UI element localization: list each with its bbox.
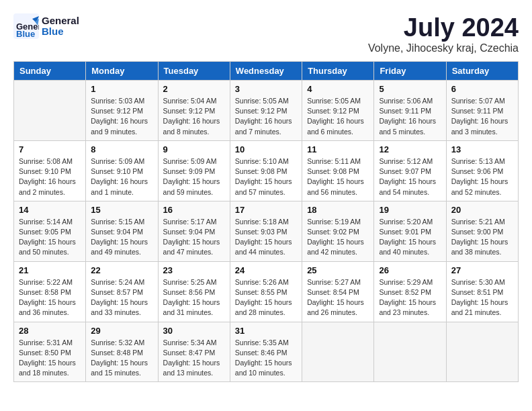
day-info: Sunrise: 5:09 AM Sunset: 9:09 PM Dayligh… — [163, 156, 225, 197]
day-info: Sunrise: 5:34 AM Sunset: 8:47 PM Dayligh… — [163, 338, 225, 379]
week-row-4: 21Sunrise: 5:22 AM Sunset: 8:58 PM Dayli… — [14, 261, 519, 322]
day-info: Sunrise: 5:31 AM Sunset: 8:50 PM Dayligh… — [19, 338, 81, 379]
day-info: Sunrise: 5:10 AM Sunset: 9:08 PM Dayligh… — [235, 156, 297, 197]
day-cell: 10Sunrise: 5:10 AM Sunset: 9:08 PM Dayli… — [230, 140, 302, 201]
day-number: 4 — [307, 84, 369, 94]
day-number: 3 — [235, 84, 297, 94]
day-info: Sunrise: 5:30 AM Sunset: 8:51 PM Dayligh… — [451, 277, 513, 318]
location: Volyne, Jihocesky kraj, Czechia — [368, 42, 519, 54]
day-number: 26 — [379, 265, 441, 275]
day-cell: 30Sunrise: 5:34 AM Sunset: 8:47 PM Dayli… — [158, 322, 230, 382]
day-cell: 23Sunrise: 5:25 AM Sunset: 8:56 PM Dayli… — [158, 261, 230, 322]
day-info: Sunrise: 5:09 AM Sunset: 9:10 PM Dayligh… — [91, 156, 152, 197]
day-info: Sunrise: 5:21 AM Sunset: 9:00 PM Dayligh… — [451, 217, 513, 258]
day-info: Sunrise: 5:03 AM Sunset: 9:12 PM Dayligh… — [91, 96, 152, 137]
day-info: Sunrise: 5:35 AM Sunset: 8:46 PM Dayligh… — [235, 338, 297, 379]
day-number: 15 — [91, 205, 152, 215]
day-cell: 17Sunrise: 5:18 AM Sunset: 9:03 PM Dayli… — [230, 201, 302, 261]
day-number: 31 — [235, 326, 297, 336]
day-number: 8 — [91, 144, 152, 154]
day-info: Sunrise: 5:08 AM Sunset: 9:10 PM Dayligh… — [19, 156, 81, 197]
day-number: 12 — [379, 144, 441, 154]
day-cell: 31Sunrise: 5:35 AM Sunset: 8:46 PM Dayli… — [230, 322, 302, 382]
column-header-wednesday: Wednesday — [230, 62, 302, 81]
day-cell: 12Sunrise: 5:12 AM Sunset: 9:07 PM Dayli… — [374, 140, 446, 201]
day-number: 5 — [379, 84, 441, 94]
day-info: Sunrise: 5:29 AM Sunset: 8:52 PM Dayligh… — [379, 277, 441, 318]
day-cell: 9Sunrise: 5:09 AM Sunset: 9:09 PM Daylig… — [158, 140, 230, 201]
day-cell: 4Sunrise: 5:05 AM Sunset: 9:12 PM Daylig… — [302, 81, 374, 141]
day-number: 16 — [163, 205, 225, 215]
column-header-friday: Friday — [374, 62, 446, 81]
day-cell: 1Sunrise: 5:03 AM Sunset: 9:12 PM Daylig… — [86, 81, 158, 141]
day-cell — [446, 322, 518, 382]
day-info: Sunrise: 5:18 AM Sunset: 9:03 PM Dayligh… — [235, 217, 297, 258]
day-number: 11 — [307, 144, 369, 154]
day-number: 20 — [451, 205, 513, 215]
day-info: Sunrise: 5:04 AM Sunset: 9:12 PM Dayligh… — [163, 96, 225, 137]
day-cell: 8Sunrise: 5:09 AM Sunset: 9:10 PM Daylig… — [86, 140, 158, 201]
page-header: General Blue General Blue July 2024 Voly… — [13, 13, 519, 54]
day-number: 9 — [163, 144, 225, 154]
day-number: 27 — [451, 265, 513, 275]
day-number: 25 — [307, 265, 369, 275]
day-cell: 20Sunrise: 5:21 AM Sunset: 9:00 PM Dayli… — [446, 201, 518, 261]
day-cell: 19Sunrise: 5:20 AM Sunset: 9:01 PM Dayli… — [374, 201, 446, 261]
column-header-tuesday: Tuesday — [158, 62, 230, 81]
day-number: 29 — [91, 326, 152, 336]
day-cell: 26Sunrise: 5:29 AM Sunset: 8:52 PM Dayli… — [374, 261, 446, 322]
day-number: 13 — [451, 144, 513, 154]
day-number: 23 — [163, 265, 225, 275]
day-cell: 7Sunrise: 5:08 AM Sunset: 9:10 PM Daylig… — [14, 140, 86, 201]
week-row-2: 7Sunrise: 5:08 AM Sunset: 9:10 PM Daylig… — [14, 140, 519, 201]
day-cell: 15Sunrise: 5:15 AM Sunset: 9:04 PM Dayli… — [86, 201, 158, 261]
day-number: 24 — [235, 265, 297, 275]
day-info: Sunrise: 5:13 AM Sunset: 9:06 PM Dayligh… — [451, 156, 513, 197]
week-row-1: 1Sunrise: 5:03 AM Sunset: 9:12 PM Daylig… — [14, 81, 519, 141]
day-info: Sunrise: 5:11 AM Sunset: 9:08 PM Dayligh… — [307, 156, 369, 197]
day-cell: 5Sunrise: 5:06 AM Sunset: 9:11 PM Daylig… — [374, 81, 446, 141]
column-header-thursday: Thursday — [302, 62, 374, 81]
day-info: Sunrise: 5:24 AM Sunset: 8:57 PM Dayligh… — [91, 277, 152, 318]
day-cell: 27Sunrise: 5:30 AM Sunset: 8:51 PM Dayli… — [446, 261, 518, 322]
day-info: Sunrise: 5:19 AM Sunset: 9:02 PM Dayligh… — [307, 217, 369, 258]
day-cell: 14Sunrise: 5:14 AM Sunset: 9:05 PM Dayli… — [14, 201, 86, 261]
day-number: 22 — [91, 265, 152, 275]
day-number: 1 — [91, 84, 152, 94]
day-info: Sunrise: 5:20 AM Sunset: 9:01 PM Dayligh… — [379, 217, 441, 258]
day-number: 28 — [19, 326, 81, 336]
month-title: July 2024 — [368, 13, 519, 42]
day-cell — [302, 322, 374, 382]
day-info: Sunrise: 5:17 AM Sunset: 9:04 PM Dayligh… — [163, 217, 225, 258]
day-cell: 28Sunrise: 5:31 AM Sunset: 8:50 PM Dayli… — [14, 322, 86, 382]
day-number: 2 — [163, 84, 225, 94]
day-cell: 13Sunrise: 5:13 AM Sunset: 9:06 PM Dayli… — [446, 140, 518, 201]
day-info: Sunrise: 5:22 AM Sunset: 8:58 PM Dayligh… — [19, 277, 81, 318]
day-cell: 16Sunrise: 5:17 AM Sunset: 9:04 PM Dayli… — [158, 201, 230, 261]
day-info: Sunrise: 5:32 AM Sunset: 8:48 PM Dayligh… — [91, 338, 152, 379]
day-cell — [14, 81, 86, 141]
day-info: Sunrise: 5:12 AM Sunset: 9:07 PM Dayligh… — [379, 156, 441, 197]
logo-general: General — [42, 15, 79, 26]
logo-icon: General Blue — [13, 13, 39, 39]
day-number: 10 — [235, 144, 297, 154]
svg-text:Blue: Blue — [16, 29, 35, 39]
day-cell: 29Sunrise: 5:32 AM Sunset: 8:48 PM Dayli… — [86, 322, 158, 382]
day-info: Sunrise: 5:26 AM Sunset: 8:55 PM Dayligh… — [235, 277, 297, 318]
calendar-header-row: SundayMondayTuesdayWednesdayThursdayFrid… — [14, 62, 519, 81]
day-cell: 2Sunrise: 5:04 AM Sunset: 9:12 PM Daylig… — [158, 81, 230, 141]
day-info: Sunrise: 5:05 AM Sunset: 9:12 PM Dayligh… — [307, 96, 369, 137]
day-number: 6 — [451, 84, 513, 94]
day-number: 21 — [19, 265, 81, 275]
column-header-saturday: Saturday — [446, 62, 518, 81]
day-info: Sunrise: 5:14 AM Sunset: 9:05 PM Dayligh… — [19, 217, 81, 258]
day-number: 17 — [235, 205, 297, 215]
day-cell: 18Sunrise: 5:19 AM Sunset: 9:02 PM Dayli… — [302, 201, 374, 261]
day-info: Sunrise: 5:05 AM Sunset: 9:12 PM Dayligh… — [235, 96, 297, 137]
day-number: 14 — [19, 205, 81, 215]
day-info: Sunrise: 5:15 AM Sunset: 9:04 PM Dayligh… — [91, 217, 152, 258]
day-number: 18 — [307, 205, 369, 215]
week-row-3: 14Sunrise: 5:14 AM Sunset: 9:05 PM Dayli… — [14, 201, 519, 261]
day-cell: 24Sunrise: 5:26 AM Sunset: 8:55 PM Dayli… — [230, 261, 302, 322]
day-cell: 6Sunrise: 5:07 AM Sunset: 9:11 PM Daylig… — [446, 81, 518, 141]
